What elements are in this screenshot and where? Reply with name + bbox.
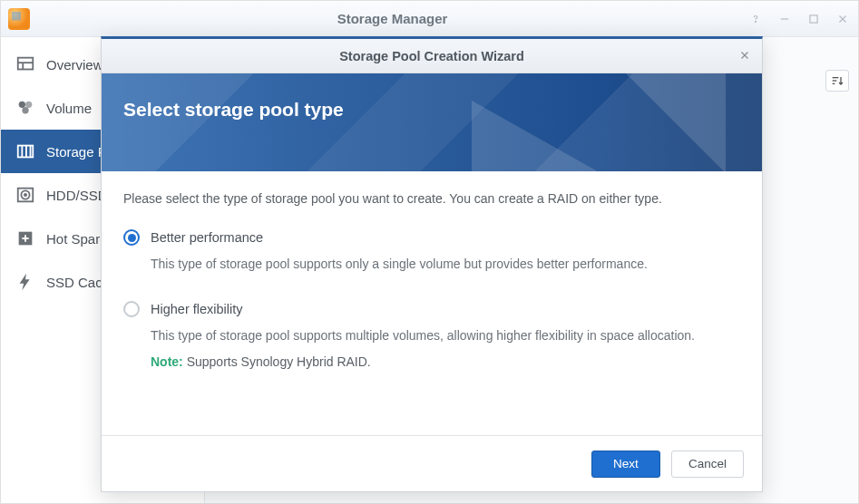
option-higher-flexibility: Higher flexibility This type of storage … [123,301,740,369]
option-note: Note: Supports Synology Hybrid RAID. [151,354,740,369]
window-title: Storage Manager [37,11,747,26]
storage-pool-icon [15,141,35,161]
overview-icon [15,54,35,74]
sidebar-item-label: Overview [46,57,103,73]
next-button[interactable]: Next [591,451,660,478]
window-controls [747,11,851,27]
app-icon [8,8,30,30]
option-label[interactable]: Better performance [151,230,263,245]
svg-point-9 [25,102,32,108]
radio-better-performance[interactable] [123,229,140,246]
svg-rect-5 [18,58,34,70]
modal-intro-text: Please select the type of storage pool y… [123,191,740,206]
radio-dot-icon [128,234,136,242]
note-label: Note: [151,354,183,369]
svg-rect-2 [810,15,817,22]
option-label[interactable]: Higher flexibility [151,302,243,316]
hot-spare-icon [15,228,35,248]
close-icon[interactable] [737,47,753,63]
radio-higher-flexibility[interactable] [123,301,140,317]
storage-pool-wizard-modal: Storage Pool Creation Wizard Select stor… [101,36,763,492]
svg-point-8 [19,102,25,108]
svg-point-10 [22,107,28,113]
ssd-cache-icon [15,272,35,292]
help-icon[interactable] [747,11,764,27]
modal-heading: Select storage pool type [123,99,740,121]
sidebar-item-label: Volume [46,101,92,116]
modal-footer: Next Cancel [102,435,762,491]
cancel-button[interactable]: Cancel [671,451,744,478]
option-description: This type of storage pool supports only … [151,255,740,274]
modal-title: Storage Pool Creation Wizard [339,49,524,63]
maximize-button[interactable] [805,11,822,27]
minimize-button[interactable] [776,11,793,27]
modal-body: Please select the type of storage pool y… [102,171,762,435]
window-titlebar: Storage Manager [1,1,858,37]
modal-hero: Select storage pool type [102,73,762,171]
sidebar-item-label: Hot Spare [46,231,108,247]
svg-point-0 [756,21,757,22]
hdd-icon [15,185,35,205]
volume-icon [15,98,35,118]
option-better-performance: Better performance This type of storage … [123,229,740,274]
close-button[interactable] [835,11,851,27]
option-description: This type of storage pool supports multi… [151,326,740,345]
svg-point-17 [24,194,26,196]
sort-button[interactable] [825,70,849,92]
modal-titlebar: Storage Pool Creation Wizard [102,39,762,73]
sidebar-item-label: HDD/SSD [46,188,108,203]
note-text: Supports Synology Hybrid RAID. [183,354,371,369]
